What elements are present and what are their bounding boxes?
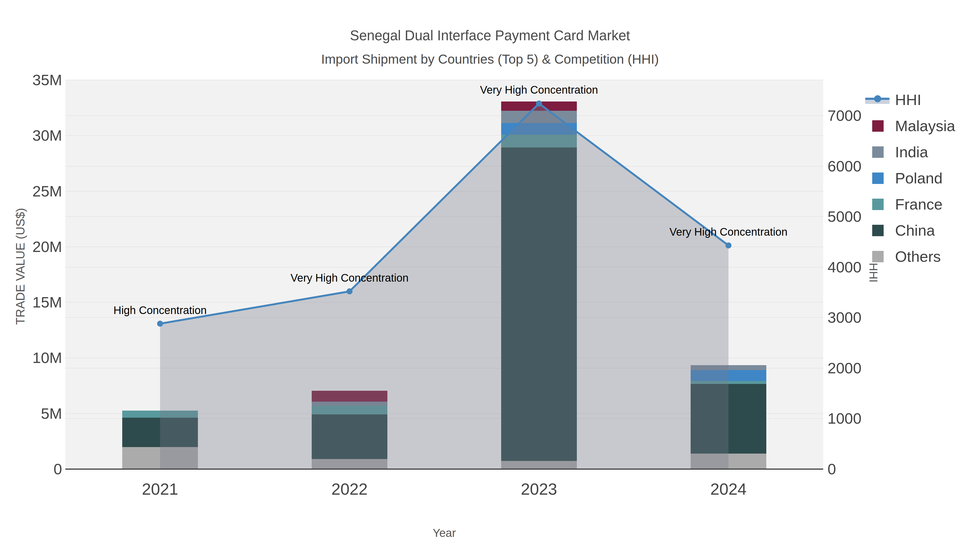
- legend-swatch-others: [872, 251, 884, 262]
- legend-label: Malaysia: [895, 116, 955, 136]
- hhi-marker-2024[interactable]: [725, 243, 732, 248]
- legend-item-malaysia[interactable]: Malaysia: [861, 113, 980, 139]
- annotation-2022: Very High Concentration: [227, 271, 472, 284]
- hhi-marker-2022[interactable]: [347, 288, 353, 294]
- y-left-tick-label: 35M: [2, 71, 62, 89]
- x-axis-title: Year: [390, 527, 499, 540]
- hhi-marker-swatch: [874, 95, 881, 102]
- legend-label: China: [895, 221, 935, 241]
- y-right-tick-label: 0: [827, 460, 909, 478]
- legend-item-china[interactable]: China: [861, 218, 980, 243]
- legend-item-others[interactable]: Others: [861, 243, 980, 270]
- y-left-tick-label: 10M: [2, 349, 62, 367]
- y-left-tick-label: 0: [2, 460, 62, 478]
- y-axis-left-title: TRADE VALUE (US$): [14, 206, 27, 326]
- chart-title: Senegal Dual Interface Payment Card Mark…: [0, 27, 980, 44]
- annotation-2021: High Concentration: [38, 304, 283, 317]
- legend-swatch-france: [872, 198, 884, 210]
- legend-label: France: [895, 194, 942, 214]
- legend-swatch-poland: [872, 173, 884, 184]
- figure: Senegal Dual Interface Payment Card Mark…: [0, 0, 980, 551]
- legend-swatch-china: [872, 225, 884, 236]
- legend-item-poland[interactable]: Poland: [861, 165, 980, 191]
- chart-subtitle: Import Shipment by Countries (Top 5) & C…: [0, 51, 980, 68]
- y-right-tick-label: 2000: [827, 359, 909, 377]
- y-right-tick-label: 1000: [827, 410, 909, 427]
- x-tick-label-2024: 2024: [674, 481, 783, 498]
- hhi-area-fill: [160, 103, 729, 469]
- legend-label: India: [895, 142, 928, 162]
- x-axis-line: [65, 468, 823, 470]
- y-left-tick-label: 5M: [2, 405, 62, 422]
- y-left-tick-label: 20M: [2, 238, 62, 256]
- x-tick-label-2022: 2022: [295, 481, 404, 498]
- y-left-tick-label: 25M: [2, 182, 62, 200]
- legend-item-hhi[interactable]: HHI: [861, 87, 980, 113]
- legend-label: HHI: [895, 90, 921, 110]
- legend-swatch-india: [872, 146, 884, 158]
- hhi-marker-2023[interactable]: [536, 100, 542, 106]
- x-tick-label-2023: 2023: [485, 481, 593, 498]
- legend-label: Poland: [895, 168, 942, 188]
- annotation-2024: Very High Concentration: [606, 225, 851, 238]
- x-tick-label-2021: 2021: [106, 481, 215, 498]
- hhi-marker-2021[interactable]: [157, 321, 163, 327]
- legend-item-india[interactable]: India: [861, 139, 980, 165]
- legend-label: Others: [895, 246, 941, 267]
- y-left-tick-label: 30M: [2, 127, 62, 144]
- legend-swatch-malaysia: [872, 120, 884, 132]
- legend-item-france[interactable]: France: [861, 191, 980, 218]
- annotation-2023: Very High Concentration: [417, 83, 662, 96]
